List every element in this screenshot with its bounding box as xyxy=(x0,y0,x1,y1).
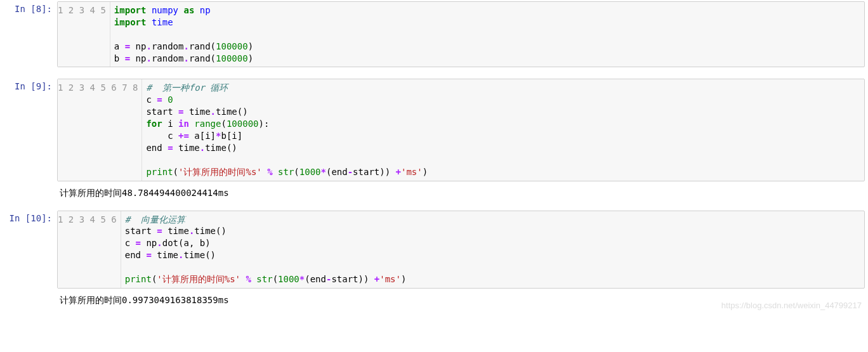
output-cell-9: 计算所用的时间48.784494400024414ms xyxy=(0,183,868,204)
code-cell-10: In [10]: 1 2 3 4 5 6 # 向量化运算 start = tim… xyxy=(0,209,868,290)
input-prompt-8: In [8]: xyxy=(0,1,57,67)
line-gutter: 1 2 3 4 5 6 7 8 xyxy=(58,79,142,180)
input-prompt-10: In [10]: xyxy=(0,211,57,289)
code-editor[interactable]: # 向量化运算 start = time.time() c = np.dot(a… xyxy=(121,211,864,288)
input-area-9[interactable]: 1 2 3 4 5 6 7 8 # 第一种for 循环 c = 0 start … xyxy=(57,79,865,181)
input-area-8[interactable]: 1 2 3 4 5 import numpy as np import time… xyxy=(57,1,865,67)
line-gutter: 1 2 3 4 5 6 xyxy=(58,211,121,288)
notebook-container: In [8]: 1 2 3 4 5 import numpy as np imp… xyxy=(0,0,868,311)
input-area-10[interactable]: 1 2 3 4 5 6 # 向量化运算 start = time.time() … xyxy=(57,211,865,289)
input-prompt-9: In [9]: xyxy=(0,79,57,181)
code-cell-9: In [9]: 1 2 3 4 5 6 7 8 # 第一种for 循环 c = … xyxy=(0,77,868,182)
code-editor[interactable]: import numpy as np import time a = np.ra… xyxy=(110,2,864,67)
output-prompt-9 xyxy=(0,184,57,203)
watermark-text: https://blog.csdn.net/weixin_44799217 xyxy=(721,301,862,310)
code-cell-8: In [8]: 1 2 3 4 5 import numpy as np imp… xyxy=(0,0,868,68)
line-gutter: 1 2 3 4 5 xyxy=(58,2,110,67)
output-text: 计算所用的时间48.784494400024414ms xyxy=(57,184,865,203)
code-editor[interactable]: # 第一种for 循环 c = 0 start = time.time() fo… xyxy=(142,79,864,180)
output-prompt-10 xyxy=(0,291,57,310)
